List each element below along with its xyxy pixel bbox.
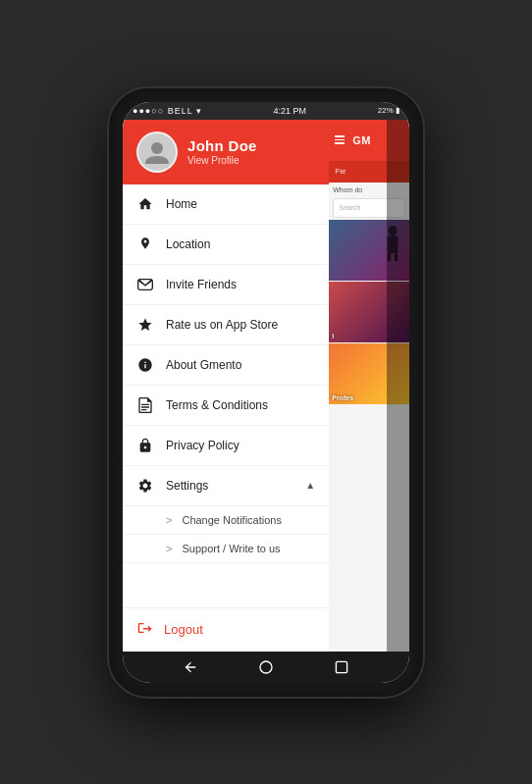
phone-screen: ●●●○○ BELL ▾ 4:21 PM 22% ▮ GM Fie Whom d… (123, 102, 409, 683)
bottom-navigation (123, 652, 409, 683)
recents-button[interactable] (332, 657, 351, 677)
about-label: About Gmento (166, 358, 315, 372)
drawer-overlay (387, 120, 409, 652)
menu-item-terms[interactable]: Terms & Conditions (123, 386, 329, 426)
home-icon (136, 195, 154, 213)
svg-rect-6 (337, 661, 347, 672)
menu-item-about[interactable]: About Gmento (123, 345, 329, 386)
settings-sub-items: Change Notifications Support / Write to … (123, 506, 329, 563)
svg-point-4 (151, 142, 163, 154)
status-time: 4:21 PM (274, 106, 307, 116)
menu-item-privacy[interactable]: Privacy Policy (123, 426, 329, 466)
status-carrier: ●●●○○ BELL ▾ (133, 106, 202, 116)
menu-item-invite[interactable]: Invite Friends (123, 265, 329, 305)
logout-button[interactable]: Logout (123, 607, 329, 652)
location-label: Location (166, 237, 315, 251)
info-icon (136, 356, 154, 374)
home-button[interactable] (256, 657, 276, 677)
support-sub-label: Support / Write to us (182, 543, 280, 554)
mail-icon (136, 276, 154, 293)
navigation-drawer: John Doe View Profile Home (123, 120, 329, 652)
status-battery: 22% ▮ (378, 106, 399, 115)
notifications-sub-label: Change Notifications (182, 514, 282, 526)
star-icon (136, 316, 154, 334)
app-behind: GM Fie Whom do Search (329, 120, 409, 652)
menu-item-rate[interactable]: Rate us on App Store (123, 305, 329, 345)
drawer-profile-text: John Doe View Profile (187, 137, 257, 166)
location-icon (136, 235, 154, 253)
svg-point-5 (260, 661, 272, 673)
card-label-2: l (332, 333, 334, 340)
settings-arrow-icon: ▲ (305, 480, 315, 491)
avatar (136, 131, 178, 173)
search-placeholder: Search (339, 204, 360, 211)
back-button[interactable] (181, 657, 200, 677)
app-content: GM Fie Whom do Search (123, 120, 409, 652)
menu-item-home[interactable]: Home (123, 184, 329, 225)
gear-icon (136, 477, 154, 495)
invite-label: Invite Friends (166, 278, 315, 291)
drawer-menu: Home Location Invite Frien (123, 184, 329, 607)
home-label: Home (166, 197, 315, 211)
sub-item-support[interactable]: Support / Write to us (123, 535, 329, 563)
avatar-icon (143, 138, 171, 166)
rate-label: Rate us on App Store (166, 318, 315, 332)
logout-label: Logout (164, 622, 203, 637)
card-label-3: Profes (332, 394, 353, 401)
document-icon (136, 396, 154, 414)
username-label: John Doe (187, 137, 257, 154)
lock-icon (136, 437, 154, 454)
phone-device: ●●●○○ BELL ▾ 4:21 PM 22% ▮ GM Fie Whom d… (109, 88, 423, 697)
menu-item-location[interactable]: Location (123, 225, 329, 265)
view-profile-link[interactable]: View Profile (187, 155, 257, 166)
sub-item-notifications[interactable]: Change Notifications (123, 506, 329, 535)
status-bar: ●●●○○ BELL ▾ 4:21 PM 22% ▮ (123, 102, 409, 120)
drawer-header[interactable]: John Doe View Profile (123, 120, 329, 184)
app-sub-title: Fie (335, 167, 346, 176)
settings-label: Settings (166, 479, 293, 493)
menu-item-settings[interactable]: Settings ▲ (123, 466, 329, 506)
app-title: GM (352, 134, 371, 146)
terms-label: Terms & Conditions (166, 398, 315, 412)
hamburger-icon (335, 135, 345, 144)
logout-icon (136, 620, 154, 640)
privacy-label: Privacy Policy (166, 439, 315, 452)
